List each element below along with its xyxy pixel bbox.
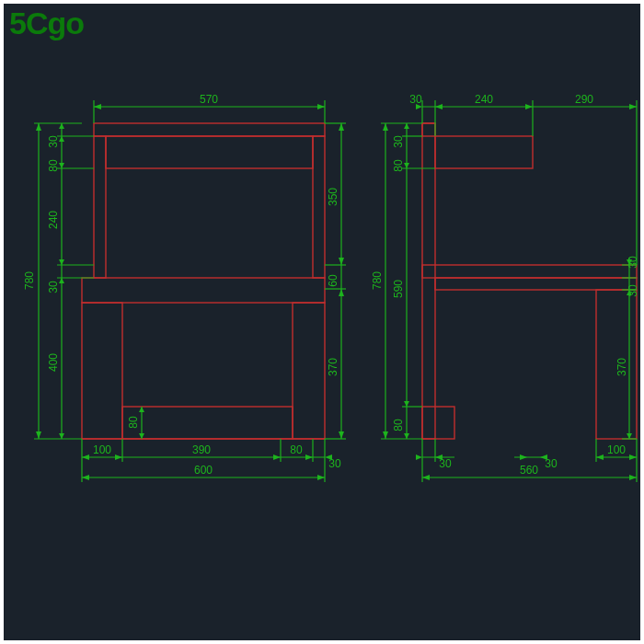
svg-rect-5 bbox=[82, 303, 122, 439]
svg-marker-15 bbox=[36, 123, 41, 131]
svg-marker-41 bbox=[339, 431, 344, 439]
side-view-dims: 30 240 290 780 30 80 590 80 30 30 370 bbox=[371, 93, 639, 482]
svg-marker-48 bbox=[82, 454, 89, 460]
svg-rect-63 bbox=[422, 407, 454, 439]
svg-marker-70 bbox=[435, 104, 443, 109]
svg-marker-24 bbox=[59, 123, 64, 129]
dim-front-80b: 80 bbox=[127, 416, 140, 429]
svg-marker-49 bbox=[115, 454, 122, 460]
svg-rect-59 bbox=[435, 278, 637, 290]
dim-side-370: 370 bbox=[615, 358, 628, 376]
dim-side-80a: 80 bbox=[392, 159, 405, 172]
svg-marker-72 bbox=[629, 104, 637, 109]
dim-side-b30b: 30 bbox=[545, 457, 558, 470]
svg-marker-40 bbox=[339, 289, 344, 296]
svg-marker-31 bbox=[139, 407, 144, 412]
dim-side-590: 590 bbox=[392, 280, 405, 298]
dim-front-80c: 80 bbox=[290, 443, 303, 456]
dim-side-b30a: 30 bbox=[439, 457, 452, 470]
svg-marker-76 bbox=[383, 123, 388, 131]
svg-marker-55 bbox=[317, 475, 325, 480]
svg-marker-11 bbox=[317, 104, 325, 109]
dim-front-400: 400 bbox=[47, 353, 60, 372]
dim-side-30a: 30 bbox=[392, 135, 405, 148]
dim-side-top30: 30 bbox=[409, 93, 422, 106]
svg-marker-100 bbox=[520, 454, 527, 460]
dim-front-350: 350 bbox=[327, 188, 339, 206]
svg-marker-29 bbox=[59, 433, 64, 439]
dim-front-h-780: 780 bbox=[23, 271, 36, 290]
svg-rect-0 bbox=[94, 123, 325, 136]
dim-front-240: 240 bbox=[47, 211, 60, 229]
dim-side-80b: 80 bbox=[392, 419, 405, 431]
svg-rect-56 bbox=[422, 123, 435, 136]
side-view-geometry bbox=[422, 123, 637, 439]
dim-side-r30b: 30 bbox=[627, 284, 639, 297]
svg-marker-71 bbox=[525, 104, 533, 109]
dim-front-30b: 30 bbox=[47, 281, 60, 293]
svg-rect-57 bbox=[422, 123, 435, 439]
dim-side-560: 560 bbox=[520, 464, 538, 477]
front-view-geometry bbox=[82, 123, 325, 439]
dim-side-r30a: 30 bbox=[627, 256, 639, 269]
svg-marker-82 bbox=[404, 123, 409, 129]
dim-side-100: 100 bbox=[607, 443, 626, 456]
svg-rect-7 bbox=[122, 407, 293, 439]
svg-marker-39 bbox=[339, 258, 344, 265]
svg-marker-93 bbox=[627, 433, 632, 439]
svg-rect-4 bbox=[82, 278, 325, 303]
dim-front-600: 600 bbox=[194, 464, 213, 477]
drawing-svg: 570 780 30 80 240 30 400 80 bbox=[4, 4, 640, 640]
svg-marker-27 bbox=[59, 259, 64, 265]
svg-rect-3 bbox=[106, 136, 313, 168]
dim-front-80a: 80 bbox=[47, 159, 60, 172]
dim-side-290: 290 bbox=[575, 93, 593, 106]
svg-marker-95 bbox=[416, 454, 422, 460]
svg-marker-16 bbox=[36, 431, 41, 439]
svg-rect-6 bbox=[293, 303, 325, 439]
svg-marker-106 bbox=[629, 454, 637, 460]
dim-front-top-570: 570 bbox=[200, 93, 218, 106]
svg-marker-108 bbox=[422, 475, 430, 480]
svg-marker-38 bbox=[339, 123, 344, 131]
dim-front-30a: 30 bbox=[47, 135, 60, 148]
dim-side-240: 240 bbox=[475, 93, 493, 106]
svg-marker-54 bbox=[82, 475, 89, 480]
svg-marker-51 bbox=[305, 454, 313, 460]
front-view-dims: 570 780 30 80 240 30 400 80 bbox=[23, 93, 346, 482]
dim-front-390: 390 bbox=[192, 443, 211, 456]
dim-side-780: 780 bbox=[371, 271, 384, 290]
svg-rect-62 bbox=[435, 136, 533, 168]
dim-front-30c: 30 bbox=[328, 457, 341, 470]
svg-marker-10 bbox=[94, 104, 101, 109]
svg-rect-58 bbox=[422, 265, 637, 278]
dim-front-370: 370 bbox=[327, 358, 339, 376]
svg-rect-2 bbox=[313, 136, 325, 278]
svg-marker-105 bbox=[596, 454, 604, 460]
dim-front-100: 100 bbox=[93, 443, 111, 456]
svg-marker-85 bbox=[404, 433, 409, 439]
svg-marker-77 bbox=[383, 431, 388, 439]
svg-marker-32 bbox=[139, 433, 144, 439]
svg-marker-50 bbox=[273, 454, 281, 460]
svg-rect-1 bbox=[94, 136, 106, 278]
svg-marker-84 bbox=[404, 401, 409, 407]
dim-front-60: 60 bbox=[327, 274, 339, 287]
svg-marker-109 bbox=[629, 475, 637, 480]
